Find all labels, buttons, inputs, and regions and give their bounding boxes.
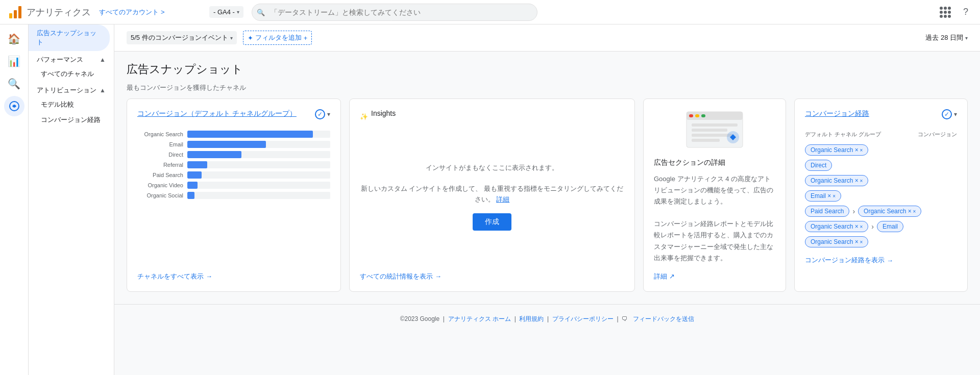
date-range-selector[interactable]: 過去 28 日間 ▾ [925,33,968,42]
breadcrumb-all-accounts[interactable]: すべてのアカウント [99,8,159,17]
detail-link-label: 詳細 [654,272,667,281]
detail-card-illustration [684,109,745,150]
bar-chart: Organic Search Email Direct Referral [137,131,330,264]
sidebar-item-model-comparison[interactable]: モデル比較 [29,97,114,112]
sidebar-item-conversion-path[interactable]: コンバージョン経路 [29,112,114,128]
path-row-5: Organic Search × › Email [805,221,957,232]
path-chip-3-0[interactable]: Email × [805,190,841,202]
apps-grid-icon[interactable] [939,6,951,18]
path-chip-5-0[interactable]: Organic Search × [805,221,868,232]
app-name: アナリティクス [27,6,91,18]
sidebar-section-attribution[interactable]: アトリビューション ▲ [29,82,114,97]
svg-rect-9 [692,123,738,127]
help-icon[interactable]: ? [960,6,972,18]
bar-fill-3 [187,161,207,168]
sidebar-icon-home[interactable]: 🏠 [4,29,24,49]
detail-link[interactable]: 詳細 ↗ [654,272,775,281]
svg-rect-0 [9,13,12,18]
sidebar-item-conversion-path-label: コンバージョン経路 [41,116,101,123]
conversion-path-card: コンバージョン経路 ✓ ▾ デフォルト チャネル グループ コンバージョン Or… [794,98,968,292]
path-col-headers: デフォルト チャネル グループ コンバージョン [805,131,957,138]
insights-sparkle-icon: ✨ [360,113,368,120]
bar-row-2: Direct [137,151,330,158]
path-row-2: Organic Search × [805,175,957,186]
path-row-3: Email × [805,190,957,202]
path-check-circle-icon: ✓ [942,109,952,119]
path-chip-1-0[interactable]: Direct [805,160,832,171]
insights-desc-line2: 新しいカスタム インサイトを作成して、 [361,185,482,192]
path-chip-6-0[interactable]: Organic Search × [805,236,868,247]
sidebar-item-ad-snapshot[interactable]: 広告スナップショット [29,24,110,51]
detail-external-icon: ↗ [669,272,675,280]
sidebar-icon-explore[interactable]: 🔍 [4,73,24,94]
account-selector[interactable]: - GA4 - ▾ [209,6,243,18]
path-chip-4-1[interactable]: Organic Search × [858,206,921,217]
footer-link-terms[interactable]: 利用規約 [519,315,544,322]
filter-plus-icon: ✦ [248,34,253,42]
path-chip-0-0[interactable]: Organic Search × [805,144,868,156]
sidebar-icon-reports[interactable]: 📊 [4,51,24,71]
bar-row-4: Paid Search [137,171,330,179]
footer-link-privacy[interactable]: プライバシーポリシー [552,315,614,322]
path-chip-4-0[interactable]: Paid Search [805,206,849,217]
date-range-chevron-icon: ▾ [965,35,968,41]
topbar: アナリティクス すべてのアカウント > - GA4 - ▾ 🔍 ? [0,0,980,24]
conversion-event-selector[interactable]: 5/5 件のコンバージョンイベント ▾ [127,31,237,44]
insights-desc: インサイトがまもなくここに表示されます。 新しいカスタム インサイトを作成して、… [360,163,624,205]
bar-fill-2 [187,151,241,158]
insights-detail-link-text[interactable]: 詳細 [496,195,509,203]
svg-rect-10 [692,129,727,132]
bar-fill-4 [187,171,202,179]
bar-fill-6 [187,192,194,199]
show-all-channels-link[interactable]: チャネルをすべて表示 → [137,272,330,281]
path-rows: Organic Search × Direct Organic Search ×… [805,144,957,247]
show-conversion-path-label: コンバージョン経路を表示 [805,256,885,265]
grid-dots-visual [940,7,951,18]
bar-track-6 [187,192,330,199]
path-row-6: Organic Search × [805,236,957,247]
footer-link-feedback[interactable]: フィードバックを送信 [633,315,694,322]
create-insight-button[interactable]: 作成 [473,213,511,231]
path-chip-2-0[interactable]: Organic Search × [805,175,868,186]
show-all-stats-link[interactable]: すべての統計情報を表示 → [360,272,624,281]
conversion-chart-header: コンバージョン（デフォルト チャネルグループ） ✓ ▾ [137,109,330,124]
insights-card-header: ✨ Insights [360,109,624,123]
path-col-conversion-label: コンバージョン [918,131,957,138]
bar-label-5: Organic Video [137,182,183,188]
sidebar-section-performance-label: パフォーマンス [37,55,83,64]
conversion-path-title[interactable]: コンバージョン経路 [805,109,869,118]
bar-row-5: Organic Video [137,182,330,189]
section-label-main: 最もコンバージョンを獲得したチャネル [127,83,968,92]
conversion-chart-title[interactable]: コンバージョン（デフォルト チャネルグループ） [137,109,297,118]
conversion-event-label: 5/5 件のコンバージョンイベント [131,33,228,42]
insights-title: Insights [371,109,396,117]
footer-feedback-icon: 🗨 [622,315,628,322]
breadcrumb: すべてのアカウント > [99,8,201,17]
footer-link-home[interactable]: アナリティクス ホーム [448,315,511,322]
sidebar-icon-advertising[interactable] [4,96,24,116]
path-dropdown-icon[interactable]: ▾ [954,111,957,118]
sidebar-item-all-channels[interactable]: すべてのチャネル [29,66,114,82]
path-chip-5-1[interactable]: Email [877,221,903,232]
topbar-actions: ? [939,6,972,18]
chart-dropdown-icon[interactable]: ▾ [327,111,330,118]
bar-row-6: Organic Social [137,192,330,199]
insights-card: ✨ Insights インサイトがまもなくここに表示されます。 新しいカスタム … [349,98,635,292]
footer: ©2023 Google | アナリティクス ホーム | 利用規約 | プライバ… [114,304,980,334]
conversion-path-arrow-icon: → [887,257,893,264]
show-conversion-path-link[interactable]: コンバージョン経路を表示 → [805,256,957,265]
search-input[interactable] [252,4,537,21]
arrow-right-icon: → [206,272,212,280]
sidebar-content: 広告スナップショット パフォーマンス ▲ すべてのチャネル アトリビューション … [29,24,114,375]
add-filter-button[interactable]: ✦ フィルタを追加 + [243,31,312,45]
main-content: 5/5 件のコンバージョンイベント ▾ ✦ フィルタを追加 + 過去 28 日間… [114,24,980,375]
sidebar-section-performance[interactable]: パフォーマンス ▲ [29,51,114,66]
bar-label-0: Organic Search [137,131,183,137]
bar-fill-1 [187,141,266,148]
svg-rect-6 [689,114,693,117]
svg-rect-11 [692,134,732,137]
detail-card-title: 広告セクションの詳細 [654,158,775,167]
filter-add-icon: + [304,34,308,42]
svg-rect-2 [18,6,21,18]
path-arrow-5: › [871,222,874,231]
